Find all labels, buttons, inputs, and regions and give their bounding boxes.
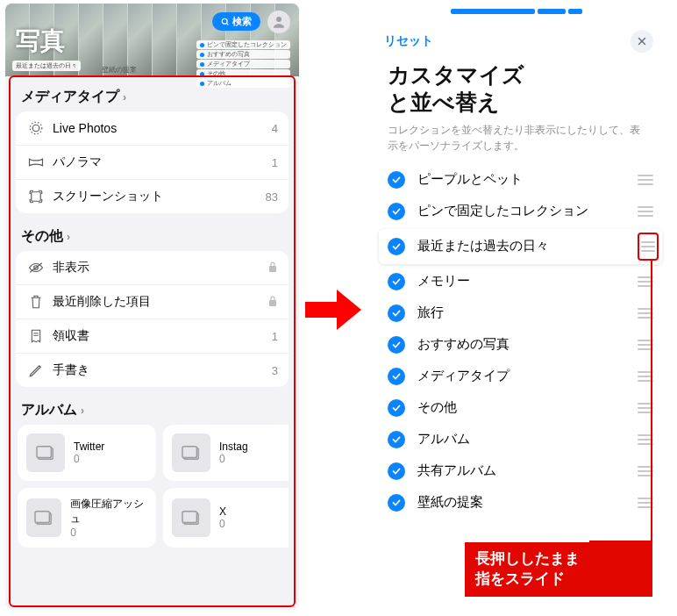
chevron-right-icon: ›	[67, 231, 70, 243]
highlighted-region: メディアタイプ › Live Photos 4 パノラマ 1	[9, 75, 296, 607]
instruction-callout: 長押ししたまま指をスライド	[465, 542, 652, 597]
handwriting-icon	[26, 362, 46, 378]
checkmark-icon[interactable]	[388, 399, 405, 417]
album-card[interactable]: Twitter0	[18, 425, 156, 481]
album-thumb-icon	[26, 498, 61, 537]
album-card[interactable]: 画像圧縮アッシュ0	[18, 488, 156, 548]
row-count: 1	[272, 330, 278, 343]
row-count: 83	[266, 190, 278, 204]
row-label: 領収書	[53, 328, 272, 344]
other-recently-deleted[interactable]: 最近削除した項目	[16, 285, 289, 319]
list-item-label: その他	[417, 399, 636, 416]
row-label: 非表示	[53, 260, 262, 276]
section-title: その他	[21, 227, 63, 246]
other-handwriting[interactable]: 手書き 3	[16, 354, 289, 387]
list-item[interactable]: ピンで固定したコレクション	[384, 196, 657, 227]
other-header[interactable]: その他 ›	[16, 222, 289, 251]
lock-icon	[267, 261, 278, 276]
list-item[interactable]: 旅行	[384, 297, 657, 329]
list-item-label: 共有アルバム	[417, 462, 636, 479]
chevron-right-icon: ›	[123, 91, 126, 104]
svg-rect-15	[35, 512, 49, 523]
live-photos-icon	[26, 120, 46, 136]
list-item[interactable]: ピープルとペット	[384, 164, 657, 196]
list-item-label: 最近または過去の日々	[417, 238, 653, 254]
album-card[interactable]: X0	[163, 488, 289, 548]
drag-handle-icon[interactable]	[636, 175, 653, 185]
search-button[interactable]: 検索	[212, 12, 260, 31]
checkmark-icon[interactable]	[388, 273, 405, 290]
album-name: 画像圧縮アッシュ	[70, 497, 147, 526]
list-item-label: アルバム	[417, 431, 636, 448]
svg-rect-8	[269, 266, 276, 272]
hidden-icon	[26, 261, 46, 274]
media-live-photos[interactable]: Live Photos 4	[16, 111, 289, 146]
row-label: スクリーンショット	[53, 189, 266, 204]
row-label: 最近削除した項目	[53, 294, 262, 310]
svg-rect-13	[182, 447, 196, 458]
svg-rect-5	[32, 192, 41, 202]
other-receipts[interactable]: 領収書 1	[16, 319, 289, 354]
receipt-icon	[26, 328, 46, 344]
media-type-header[interactable]: メディアタイプ ›	[16, 82, 289, 111]
checkmark-icon[interactable]	[388, 238, 405, 255]
drag-handle-icon[interactable]	[636, 206, 653, 217]
chevron-right-icon: ›	[81, 405, 84, 417]
screenshot-icon	[26, 189, 46, 204]
section-title: メディアタイプ	[21, 88, 119, 106]
list-item-label: おすすめの写真	[417, 336, 636, 353]
svg-rect-17	[182, 512, 196, 523]
list-item-label: メディアタイプ	[417, 368, 636, 384]
list-item[interactable]: アルバム	[384, 424, 657, 455]
list-item[interactable]: 共有アルバム	[384, 455, 657, 487]
trash-icon	[26, 294, 46, 310]
svg-point-0	[222, 18, 227, 24]
close-button[interactable]	[631, 30, 653, 53]
row-label: 手書き	[53, 362, 272, 378]
app-title: 写真	[16, 25, 65, 58]
panorama-icon	[26, 156, 46, 168]
list-item[interactable]: 壁紙の提案	[384, 487, 657, 519]
sheet-title: カスタマイズと並べ替え	[372, 53, 666, 118]
profile-avatar[interactable]	[267, 11, 290, 33]
media-screenshot[interactable]: スクリーンショット 83	[16, 180, 289, 213]
album-count: 0	[219, 518, 226, 530]
row-label: パノラマ	[53, 154, 272, 170]
customize-sheet-right: リセット カスタマイズと並べ替え コレクションを並べ替えたり非表示にしたりして、…	[372, 4, 666, 610]
list-item[interactable]: メモリー	[384, 266, 657, 297]
checkmark-icon[interactable]	[388, 494, 405, 512]
status-bar	[372, 4, 666, 25]
list-item[interactable]: メディアタイプ	[384, 361, 657, 392]
checkmark-icon[interactable]	[388, 336, 405, 354]
checkmark-icon[interactable]	[388, 304, 405, 322]
albums-header[interactable]: アルバム ›	[16, 396, 289, 425]
svg-line-1	[226, 23, 228, 25]
row-count: 3	[272, 364, 278, 377]
album-count: 0	[70, 526, 147, 539]
checkmark-icon[interactable]	[388, 203, 405, 220]
checkmark-icon[interactable]	[388, 431, 405, 448]
photos-header: 写真 検索 ピンで固定したコレクション おすすめの写真 メディアタイプ その他 …	[5, 4, 299, 76]
list-item-dragging[interactable]: 最近または過去の日々	[379, 229, 662, 264]
reset-button[interactable]: リセット	[384, 33, 433, 49]
svg-point-2	[276, 17, 281, 22]
list-item-label: 旅行	[417, 304, 636, 321]
row-count: 4	[272, 122, 278, 135]
svg-rect-9	[269, 300, 276, 306]
search-label: 検索	[232, 15, 252, 28]
other-hidden[interactable]: 非表示	[16, 251, 289, 285]
checkmark-icon[interactable]	[388, 462, 405, 480]
checkmark-icon[interactable]	[388, 368, 405, 385]
list-item[interactable]: その他	[384, 392, 657, 424]
album-card[interactable]: Instag0	[163, 425, 289, 481]
checkmark-icon[interactable]	[388, 171, 405, 189]
list-item[interactable]: おすすめの写真	[384, 329, 657, 361]
svg-rect-11	[37, 447, 51, 458]
svg-point-4	[30, 122, 42, 134]
media-panorama[interactable]: パノラマ 1	[16, 146, 289, 180]
section-title: アルバム	[21, 401, 77, 419]
drag-handle-highlighted[interactable]	[638, 233, 659, 261]
list-item-label: メモリー	[417, 273, 636, 290]
lock-icon	[267, 295, 278, 310]
list-item-label: ピンで固定したコレクション	[417, 203, 636, 219]
